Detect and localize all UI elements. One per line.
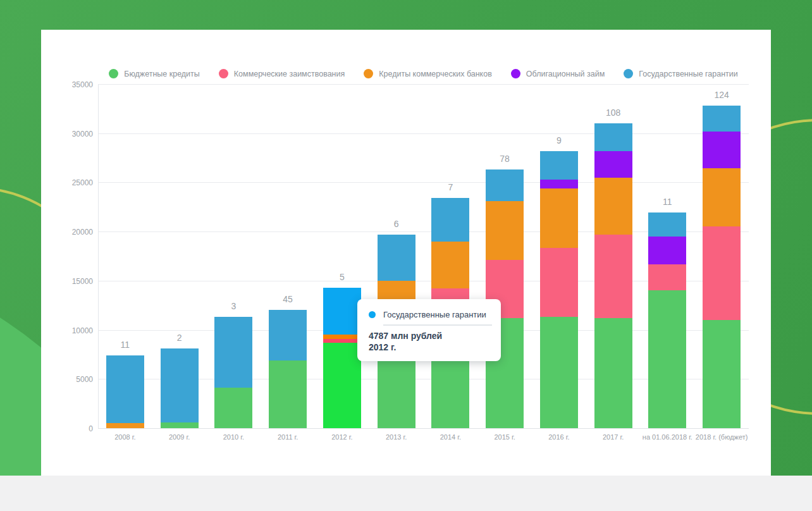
bar-total-label: 108 <box>606 108 620 118</box>
bar-segment[interactable] <box>431 198 469 242</box>
bar-total-label: 11 <box>663 197 672 207</box>
bar-segment[interactable] <box>648 212 686 237</box>
y-axis-tick-label: 10000 <box>55 326 93 335</box>
bar-segment[interactable] <box>703 106 741 132</box>
bar-segment[interactable] <box>703 132 741 168</box>
stacked-bar-2015 г.[interactable] <box>486 30 524 428</box>
bar-total-label: 9 <box>557 135 562 145</box>
chart-card: Бюджетные кредитыКоммерческие заимствова… <box>41 30 771 476</box>
bar-segment[interactable] <box>648 237 686 264</box>
bar-segment[interactable] <box>540 180 578 188</box>
tooltip-divider <box>383 324 492 326</box>
bar-segment[interactable] <box>594 151 632 178</box>
bar-total-label: 45 <box>283 294 293 304</box>
x-axis-tick-label: на 01.06.2018 г. <box>643 433 692 441</box>
bar-segment[interactable] <box>594 235 632 318</box>
bar-segment[interactable] <box>540 317 578 428</box>
bar-segment[interactable] <box>161 348 199 422</box>
x-axis-line <box>98 428 749 429</box>
y-axis-tick-label: 20000 <box>55 228 93 237</box>
bar-segment[interactable] <box>378 235 415 281</box>
x-axis-tick-label: 2018 г. (бюджет) <box>696 433 748 441</box>
bar-segment[interactable] <box>269 310 307 360</box>
stacked-bar-2010 г.[interactable] <box>214 30 252 428</box>
y-axis-tick-label: 5000 <box>55 375 93 384</box>
stacked-bar-на 01.06.2018 г.[interactable] <box>648 30 686 428</box>
bar-segment[interactable] <box>106 423 144 428</box>
bar-segment[interactable] <box>594 123 632 151</box>
stacked-bar-2008 г.[interactable] <box>106 30 144 428</box>
bar-segment[interactable] <box>703 168 741 226</box>
tooltip-value: 4787 млн рублей <box>369 331 489 342</box>
bar-segment[interactable] <box>703 226 741 320</box>
bar-total-label: 78 <box>500 154 510 164</box>
stacked-bar-2017 г.[interactable] <box>594 30 632 428</box>
bar-segment[interactable] <box>540 151 578 179</box>
y-axis-tick-label: 35000 <box>55 80 93 89</box>
bar-segment[interactable] <box>486 169 524 201</box>
bar-segment[interactable] <box>323 288 361 335</box>
bar-segment[interactable] <box>486 201 524 260</box>
bar-segment[interactable] <box>648 264 686 290</box>
x-axis-tick-label: 2011 г. <box>278 433 298 441</box>
y-axis-tick-label: 30000 <box>55 130 93 139</box>
chart-tooltip: Государственные гарантии 4787 млн рублей… <box>357 299 501 361</box>
x-axis-tick-label: 2015 г. <box>494 433 515 441</box>
stacked-bar-2016 г.[interactable] <box>540 30 578 428</box>
tooltip-series-dot-icon <box>369 311 376 318</box>
bar-segment[interactable] <box>323 339 361 342</box>
bar-total-label: 124 <box>714 90 729 100</box>
bar-segment[interactable] <box>106 355 144 423</box>
stacked-bar-2009 г.[interactable] <box>161 30 199 428</box>
bar-segment[interactable] <box>269 360 307 428</box>
stacked-bar-chart: 0500010000150002000025000300003500011200… <box>41 30 771 476</box>
y-axis-line <box>98 84 99 428</box>
y-axis-tick-label: 0 <box>55 424 93 433</box>
bar-total-label: 5 <box>340 272 345 282</box>
bar-segment[interactable] <box>594 318 632 428</box>
bar-segment[interactable] <box>323 343 361 428</box>
bar-segment[interactable] <box>431 242 469 288</box>
bar-segment[interactable] <box>214 388 252 428</box>
x-axis-tick-label: 2013 г. <box>386 433 407 441</box>
x-axis-tick-label: 2017 г. <box>603 433 624 441</box>
tooltip-series-name: Государственные гарантии <box>383 310 486 319</box>
bar-segment[interactable] <box>703 320 741 428</box>
stacked-bar-2014 г.[interactable] <box>431 30 469 428</box>
stacked-bar-2012 г.[interactable] <box>323 30 361 428</box>
bar-segment[interactable] <box>214 317 252 388</box>
bar-total-label: 11 <box>121 340 130 350</box>
bar-segment[interactable] <box>594 178 632 235</box>
x-axis-tick-label: 2010 г. <box>223 433 244 441</box>
x-axis-tick-label: 2012 г. <box>331 433 352 441</box>
bar-segment[interactable] <box>648 290 686 428</box>
bar-total-label: 2 <box>177 333 182 343</box>
bar-segment[interactable] <box>161 422 199 428</box>
stacked-bar-2013 г.[interactable] <box>378 30 415 428</box>
y-axis-tick-label: 25000 <box>55 178 93 187</box>
tooltip-category: 2012 г. <box>369 342 489 354</box>
bar-segment[interactable] <box>540 188 578 248</box>
bar-total-label: 6 <box>394 219 399 229</box>
stacked-bar-2011 г.[interactable] <box>269 30 307 428</box>
bar-total-label: 7 <box>448 182 453 192</box>
x-axis-tick-label: 2016 г. <box>548 433 569 441</box>
bar-segment[interactable] <box>540 248 578 317</box>
footer-strip <box>0 476 812 511</box>
x-axis-tick-label: 2009 г. <box>169 433 190 441</box>
tooltip-header: Государственные гарантии <box>369 310 489 319</box>
x-axis-tick-label: 2014 г. <box>440 433 461 441</box>
y-axis-tick-label: 15000 <box>55 277 93 286</box>
x-axis-tick-label: 2008 г. <box>114 433 135 441</box>
bar-total-label: 3 <box>231 301 236 311</box>
bar-segment[interactable] <box>323 335 361 339</box>
